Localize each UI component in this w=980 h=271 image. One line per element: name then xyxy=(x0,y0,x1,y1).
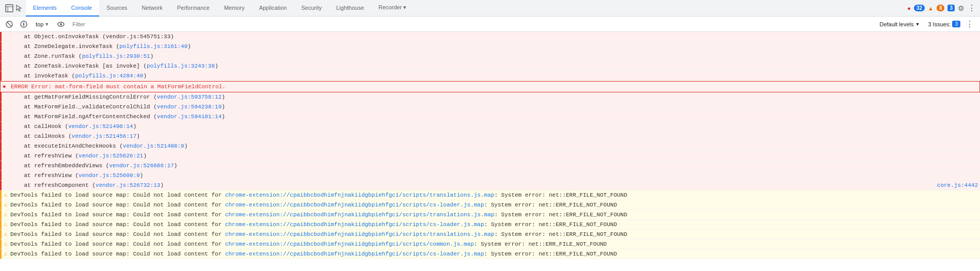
warning-line: ⚠ DevTools failed to load source map: Co… xyxy=(0,240,980,249)
console-line: at invokeTask (polyfills.js:4284:40) xyxy=(0,71,980,81)
warning-triangle: ▲ xyxy=(928,5,934,11)
context-selector[interactable]: top ▼ xyxy=(32,20,53,29)
tab-bar-right: ● 32 ▲ 8 3 ⚙ ⋮ xyxy=(907,3,980,13)
more-icon[interactable]: ⋮ xyxy=(968,3,976,13)
stack-link[interactable]: vendor.js:526732:13 xyxy=(96,182,160,188)
warning-icon: ⚠ xyxy=(4,191,7,199)
warning-line: ⚠ DevTools failed to load source map: Co… xyxy=(0,190,980,200)
stack-link[interactable]: polyfills.js:2930:51 xyxy=(82,53,150,59)
warning-line: ⚠ DevTools failed to load source map: Co… xyxy=(0,200,980,210)
filter-input[interactable] xyxy=(69,19,874,30)
stack-link[interactable]: vendor.js:593758:12 xyxy=(157,94,222,100)
stack-link[interactable]: vendor.js:594101:14 xyxy=(157,114,222,120)
ext-link[interactable]: chrome-extension://cpaibbcbodhimfnjnakii… xyxy=(225,221,484,228)
svg-point-9 xyxy=(60,23,62,25)
warning-icon: ⚠ xyxy=(4,240,7,248)
console-line: at Zone.runTask (polyfills.js:2930:51) xyxy=(0,52,980,61)
console-line: at executeInitAndCheckHooks (vendor.js:5… xyxy=(0,141,980,151)
tab-memory[interactable]: Memory xyxy=(217,0,252,17)
tab-application[interactable]: Application xyxy=(252,0,294,17)
ext-link[interactable]: chrome-extension://cpaibbcbodhimfnjnakii… xyxy=(225,192,495,198)
console-line: at refreshComponent (vendor.js:526732:13… xyxy=(0,181,980,190)
settings-icon[interactable]: ⚙ xyxy=(958,4,965,12)
tab-console[interactable]: Console xyxy=(64,0,99,17)
pause-exceptions-button[interactable] xyxy=(18,18,30,30)
stack-link[interactable]: polyfills.js:3161:40 xyxy=(119,43,187,50)
default-levels-label: Default levels xyxy=(879,21,913,27)
default-levels-button[interactable]: Default levels ▼ xyxy=(876,20,923,28)
tab-sources[interactable]: Sources xyxy=(99,0,134,17)
stack-link[interactable]: polyfills.js:3243:38 xyxy=(147,63,215,69)
console-output: at Object.onInvokeTask (vendor.js:545751… xyxy=(0,32,980,271)
warning-line: ⚠ DevTools failed to load source map: Co… xyxy=(0,230,980,240)
warning-icon: ⚠ xyxy=(4,230,7,238)
tab-lighthouse[interactable]: Lighthouse xyxy=(329,0,371,17)
console-line: at getMatFormFieldMissingControlError (v… xyxy=(0,92,980,102)
toolbar: top ▼ Default levels ▼ 3 Issues: 3 ⋮ xyxy=(0,17,980,32)
warning-count-badge: 8 xyxy=(937,5,945,11)
error-count-badge: 32 xyxy=(914,5,925,11)
warning-line: ⚠ DevTools failed to load source map: Co… xyxy=(0,220,980,230)
clear-console-button[interactable] xyxy=(3,18,15,30)
stack-link[interactable]: vendor.js:521408:9 xyxy=(123,143,184,149)
console-line: at MatFormField._validateControlChild (v… xyxy=(0,102,980,112)
default-levels-arrow: ▼ xyxy=(915,22,920,27)
error-dot: ● xyxy=(907,5,911,11)
ext-link[interactable]: chrome-extension://cpaibbcbodhimfnjnakii… xyxy=(225,251,484,257)
error-icon: ● xyxy=(3,83,6,91)
source-link-right[interactable]: core.js:4442 xyxy=(932,181,978,189)
chat-badge: 3 xyxy=(947,5,955,11)
console-line: at callHooks (vendor.js:521456:17) xyxy=(0,132,980,141)
console-line: at ZoneTask.invokeTask [as invoke] (poly… xyxy=(0,61,980,71)
svg-line-4 xyxy=(7,22,11,26)
ext-link[interactable]: chrome-extension://cpaibbcbodhimfnjnakii… xyxy=(225,231,495,237)
issues-label: 3 Issues: xyxy=(928,21,951,27)
warning-icon: ⚠ xyxy=(4,220,7,229)
console-line: at refreshView (vendor.js:525609:9) xyxy=(0,171,980,181)
ext-link[interactable]: chrome-extension://cpaibbcbodhimfnjnakii… xyxy=(225,212,495,218)
ext-link[interactable]: chrome-extension://cpaibbcbodhimfnjnakii… xyxy=(225,241,474,247)
console-line: at Object.onInvokeTask (vendor.js:545751… xyxy=(0,32,980,42)
stack-link[interactable]: vendor.js:521456:17 xyxy=(72,133,136,139)
toolbar-more-icon[interactable]: ⋮ xyxy=(966,19,974,29)
warning-icon: ⚠ xyxy=(4,201,7,209)
context-dropdown-arrow: ▼ xyxy=(44,22,49,27)
warning-line: ⚠ DevTools failed to load source map: Co… xyxy=(0,249,980,259)
tab-recorder[interactable]: Recorder ▾ xyxy=(371,0,414,17)
stack-link[interactable]: polyfills.js:4284:40 xyxy=(75,73,143,79)
ext-link[interactable]: chrome-extension://cpaibbcbodhimfnjnakii… xyxy=(225,202,484,208)
warning-line: ⚠ DevTools failed to load source map: Co… xyxy=(0,210,980,220)
eye-button[interactable] xyxy=(55,18,67,30)
svg-rect-0 xyxy=(6,5,13,12)
svg-point-7 xyxy=(23,26,24,27)
tab-elements[interactable]: Elements xyxy=(26,0,64,17)
stack-link[interactable]: vendor.js:594238:19 xyxy=(157,104,222,110)
inspect-icon[interactable] xyxy=(5,4,13,12)
tab-security[interactable]: Security xyxy=(294,0,329,17)
tab-bar: Elements Console Sources Network Perform… xyxy=(0,0,980,17)
console-line: at ZoneDelegate.invokeTask (polyfills.js… xyxy=(0,42,980,52)
tab-network[interactable]: Network xyxy=(135,0,170,17)
stack-link[interactable]: vendor.js:521490:14 xyxy=(68,123,133,130)
stack-link[interactable]: vendor.js:525609:9 xyxy=(78,172,140,179)
tab-performance[interactable]: Performance xyxy=(170,0,217,17)
warning-icon: ⚠ xyxy=(4,211,7,219)
pointer-icon[interactable] xyxy=(14,4,23,12)
error-main-line: ● ERROR Error: mat-form-field must conta… xyxy=(0,81,980,92)
issues-button[interactable]: 3 Issues: 3 xyxy=(926,20,962,28)
stack-link[interactable]: vendor.js:526686:17 xyxy=(109,163,173,169)
console-line: at refreshEmbeddedViews (vendor.js:52668… xyxy=(0,161,980,171)
console-line: at refreshView (vendor.js:525626:21) xyxy=(0,151,980,161)
context-label: top xyxy=(36,21,43,27)
stack-link[interactable]: vendor.js:525626:21 xyxy=(78,153,143,159)
issues-count-badge: 3 xyxy=(952,21,960,27)
warning-icon: ⚠ xyxy=(4,250,7,258)
console-line: at callHook (vendor.js:521490:14) xyxy=(0,122,980,132)
tab-bar-icons xyxy=(2,4,26,12)
toolbar-right: Default levels ▼ 3 Issues: 3 ⋮ xyxy=(876,19,977,29)
console-line: at MatFormField.ngAfterContentChecked (v… xyxy=(0,112,980,122)
